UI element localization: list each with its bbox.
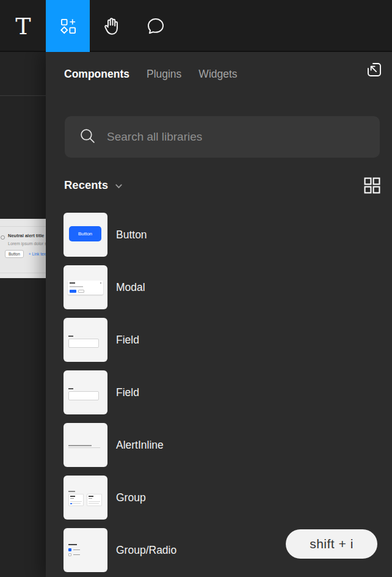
thumb-detail xyxy=(68,388,73,389)
thumb-detail xyxy=(89,498,92,499)
list-item-modal[interactable]: Modal xyxy=(64,265,392,309)
component-thumbnail xyxy=(64,370,107,414)
component-name: Group xyxy=(116,491,146,504)
comment-icon xyxy=(146,17,165,36)
thumb-detail xyxy=(89,496,93,497)
shortcut-hint-pill: shift + i xyxy=(286,529,377,559)
hand-icon xyxy=(102,17,122,36)
thumb-detail xyxy=(68,336,73,337)
assets-icon xyxy=(60,18,76,34)
hand-tool-button[interactable] xyxy=(90,0,134,52)
component-name: AlertInline xyxy=(116,439,164,452)
thumb-detail xyxy=(70,503,81,504)
list-item-button[interactable]: Button Button xyxy=(64,213,392,257)
component-name: Group/Radio xyxy=(116,544,176,557)
thumb-detail xyxy=(68,491,75,492)
alert-link: + Link text xyxy=(29,252,46,256)
recents-header: Recents xyxy=(64,176,380,194)
component-name: Button xyxy=(116,229,147,241)
tab-plugins[interactable]: Plugins xyxy=(147,68,181,81)
recents-dropdown[interactable] xyxy=(114,182,123,191)
alert-title: Neutral alert title xyxy=(8,233,44,238)
grid-icon xyxy=(364,177,380,194)
thumb-detail xyxy=(68,445,92,446)
search-icon xyxy=(79,128,96,147)
list-item-field[interactable]: Field xyxy=(64,370,392,414)
popout-panel-button[interactable] xyxy=(363,60,385,82)
panel-tabs: Components Plugins Widgets xyxy=(64,65,238,83)
thumb-detail xyxy=(68,553,71,556)
thumb-detail xyxy=(68,548,80,551)
thumb-detail xyxy=(68,391,99,400)
popout-icon xyxy=(365,60,384,82)
thumb-detail xyxy=(70,290,76,293)
comment-tool-button[interactable] xyxy=(134,0,178,52)
thumb-button: Button xyxy=(69,226,101,241)
recents-title: Recents xyxy=(64,178,108,192)
thumb-detail xyxy=(89,503,99,504)
thumb-detail xyxy=(70,286,83,287)
component-thumbnail xyxy=(64,476,107,520)
alert-button: Button xyxy=(5,250,24,258)
thumb-detail xyxy=(68,553,80,556)
thumb-detail xyxy=(89,501,100,502)
component-name: Modal xyxy=(116,281,145,294)
thumb-detail xyxy=(73,554,80,556)
thumb-detail xyxy=(70,501,82,502)
list-item-group[interactable]: Group xyxy=(64,476,392,520)
search-input[interactable] xyxy=(107,130,368,144)
list-item-alertinline[interactable]: AlertInline xyxy=(64,423,392,467)
thumb-detail xyxy=(70,498,74,499)
list-item-field[interactable]: Field xyxy=(64,318,392,362)
canvas-divider-line xyxy=(0,95,46,96)
thumb-detail xyxy=(73,549,80,551)
tab-components[interactable]: Components xyxy=(64,68,129,81)
thumb-detail xyxy=(68,447,100,448)
figma-app: Neutral alert title Lorem ipsum dolor si… xyxy=(0,0,392,577)
thumb-detail xyxy=(68,548,71,551)
component-thumbnail xyxy=(64,318,107,362)
text-tool-icon: T xyxy=(15,15,31,38)
artboard-divider xyxy=(0,273,46,273)
component-thumbnail xyxy=(64,423,107,467)
components-panel: Components Plugins Widgets Recents xyxy=(46,52,392,577)
alert-info-icon xyxy=(1,235,5,240)
chevron-down-icon xyxy=(114,182,123,191)
thumb-detail xyxy=(70,503,72,505)
thumb-detail xyxy=(68,494,84,506)
alert-actions: Button + Link text xyxy=(5,250,46,258)
component-thumbnail: Button xyxy=(64,213,107,257)
canvas-background[interactable]: Neutral alert title Lorem ipsum dolor si… xyxy=(0,52,46,577)
search-bar[interactable] xyxy=(65,116,380,158)
thumb-detail xyxy=(78,290,84,293)
text-tool-button[interactable]: T xyxy=(1,0,45,52)
component-name: Field xyxy=(116,334,139,347)
canvas-artboard-preview[interactable]: Neutral alert title Lorem ipsum dolor si… xyxy=(0,219,46,278)
thumb-detail xyxy=(70,282,75,284)
components-list: Button Button Modal xyxy=(64,213,392,572)
artboard-divider xyxy=(0,226,46,227)
thumb-detail xyxy=(100,282,101,284)
tab-widgets[interactable]: Widgets xyxy=(198,68,237,81)
thumb-detail xyxy=(68,339,99,348)
thumb-detail xyxy=(70,496,75,497)
toolbar: T xyxy=(0,0,392,52)
thumb-detail xyxy=(87,494,102,506)
component-thumbnail xyxy=(64,265,107,309)
thumb-detail xyxy=(68,544,77,545)
thumb-detail xyxy=(68,281,103,295)
assets-tool-button[interactable] xyxy=(46,0,90,52)
alert-body: Lorem ipsum dolor sit amet consec xyxy=(8,241,46,246)
component-name: Field xyxy=(116,386,139,399)
grid-view-toggle[interactable] xyxy=(364,177,380,194)
component-thumbnail xyxy=(64,528,107,572)
